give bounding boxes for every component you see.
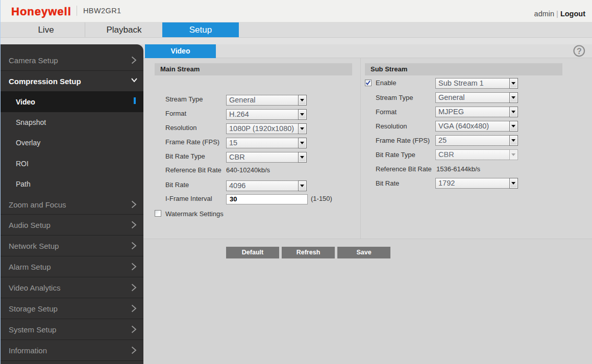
svg-text:?: ? — [577, 47, 582, 56]
